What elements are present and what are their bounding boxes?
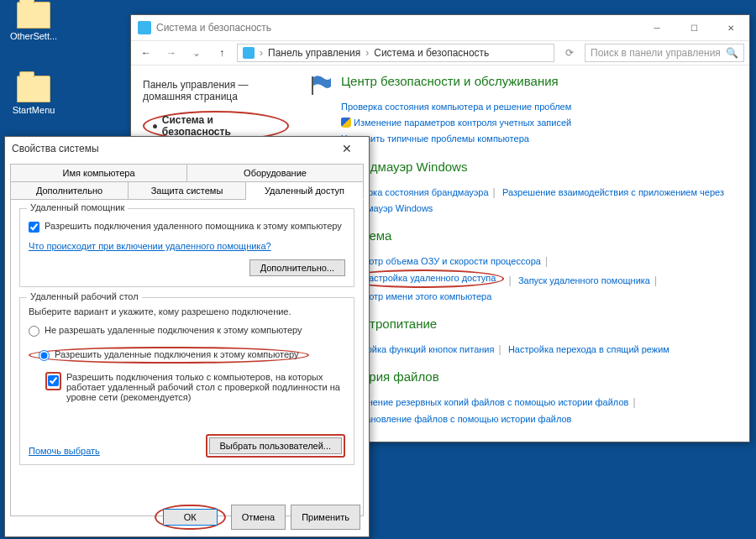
checkbox-input[interactable] xyxy=(29,222,39,233)
cancel-button[interactable]: Отмена xyxy=(231,505,286,530)
group-title: Удаленный рабочий стол xyxy=(27,291,142,301)
task-link[interactable]: Изменение параметров контроля учетных за… xyxy=(354,118,571,128)
apply-button[interactable]: Применить xyxy=(291,505,360,530)
breadcrumb-item[interactable]: Панель управления xyxy=(268,47,360,59)
radio-allow-remote[interactable]: Разрешить удаленные подключения к этому … xyxy=(39,349,299,361)
search-input[interactable]: Поиск в панели управления 🔍 xyxy=(585,44,744,62)
breadcrumb-item[interactable]: Система и безопасность xyxy=(374,47,489,59)
radio-deny-remote[interactable]: Не разрешать удаленные подключения к это… xyxy=(29,325,345,337)
folder-icon xyxy=(17,76,50,102)
task-link[interactable]: Сохранение резервных копий файлов с помо… xyxy=(341,397,628,407)
tab-panel-remote: Удаленный помощник Разрешить подключения… xyxy=(10,199,364,516)
sidebar-item-label: Система и безопасность xyxy=(162,114,279,138)
refresh-button[interactable]: ⟳ xyxy=(559,43,580,63)
radio-input[interactable] xyxy=(29,326,39,337)
ok-button[interactable]: ОК xyxy=(163,509,218,526)
dialog-button-row: ОК Отмена Применить xyxy=(155,505,360,530)
task-link[interactable]: Запуск удаленного помощника xyxy=(518,275,650,285)
tab-system-protection[interactable]: Защита системы xyxy=(129,181,246,200)
category-security-center[interactable]: Центр безопасности и обслуживания xyxy=(341,74,559,88)
dialog-title: Свойства системы xyxy=(12,143,99,154)
control-panel-icon xyxy=(243,47,255,59)
close-button[interactable]: ✕ xyxy=(712,15,749,40)
radio-label: Разрешить удаленные подключения к этому … xyxy=(55,349,299,359)
checkbox-input[interactable] xyxy=(48,375,59,386)
task-link[interactable]: Настройка перехода в спящий режим xyxy=(508,344,669,354)
desktop-folder-startmenu[interactable]: StartMenu xyxy=(4,76,63,115)
desktop-icon-label: OtherSett... xyxy=(10,31,57,41)
tab-advanced[interactable]: Дополнительно xyxy=(10,181,129,200)
search-placeholder: Поиск в панели управления xyxy=(591,47,721,59)
tab-strip: Имя компьютера Оборудование Дополнительн… xyxy=(5,160,369,199)
radio-input[interactable] xyxy=(39,350,50,361)
desktop-folder-othersett[interactable]: OtherSett... xyxy=(4,2,63,41)
window-title: Система и безопасность xyxy=(156,22,271,34)
select-users-button[interactable]: Выбрать пользователей... xyxy=(209,437,343,454)
forward-button[interactable]: → xyxy=(161,43,181,63)
remote-assistance-help-link[interactable]: Что происходит при включении удаленного … xyxy=(29,241,271,251)
back-button[interactable]: ← xyxy=(136,43,156,63)
task-link-remote-access[interactable]: Настройка удаленного доступа xyxy=(362,271,496,286)
task-link[interactable]: Проверка состояния компьютера и решение … xyxy=(341,102,571,112)
minimize-button[interactable]: ─ xyxy=(638,15,675,40)
checkbox-label: Разрешить подключения удаленного помощни… xyxy=(45,221,342,231)
task-link[interactable]: Просмотр объема ОЗУ и скорости процессор… xyxy=(341,256,541,266)
folder-icon xyxy=(17,2,50,29)
recent-dropdown[interactable]: ⌄ xyxy=(186,43,207,63)
group-title: Удаленный помощник xyxy=(27,202,128,212)
up-button[interactable]: ↑ xyxy=(212,43,232,63)
radio-label: Не разрешать удаленные подключения к это… xyxy=(45,325,302,335)
address-bar[interactable]: › Панель управления › Система и безопасн… xyxy=(237,44,554,62)
system-properties-dialog: Свойства системы ✕ Имя компьютера Оборуд… xyxy=(4,136,370,537)
bullet-icon xyxy=(153,124,157,128)
task-link[interactable]: Восстановление файлов с помощью истории … xyxy=(341,414,571,424)
dialog-titlebar: Свойства системы ✕ xyxy=(5,137,369,160)
nla-checkbox[interactable]: Разрешить подключения только с компьютер… xyxy=(45,372,345,402)
allow-remote-assistance-checkbox[interactable]: Разрешить подключения удаленного помощни… xyxy=(29,221,345,233)
tab-hardware[interactable]: Оборудование xyxy=(187,164,364,182)
remote-desktop-group: Удаленный рабочий стол Выберите вариант … xyxy=(19,297,354,465)
titlebar: Система и безопасность ─ ☐ ✕ xyxy=(131,15,749,40)
help-choose-link[interactable]: Помочь выбрать xyxy=(29,446,100,456)
search-icon: 🔍 xyxy=(726,47,738,59)
shield-icon xyxy=(341,118,351,128)
dialog-close-button[interactable]: ✕ xyxy=(332,138,362,160)
navigation-bar: ← → ⌄ ↑ › Панель управления › Система и … xyxy=(131,40,749,65)
remote-assistance-group: Удаленный помощник Разрешить подключения… xyxy=(19,208,354,287)
control-panel-icon xyxy=(138,21,151,34)
sidebar-home-link[interactable]: Панель управления — домашняя страница xyxy=(143,79,289,102)
tab-remote[interactable]: Удаленный доступ xyxy=(246,181,364,200)
category-backup[interactable]: Резервное копирование и восстановлени... xyxy=(341,439,594,442)
remote-desktop-intro: Выберите вариант и укажите, кому разреше… xyxy=(29,306,345,317)
checkbox-label: Разрешить подключения только с компьютер… xyxy=(66,372,345,402)
flag-icon xyxy=(309,74,333,97)
remote-assistance-advanced-button[interactable]: Дополнительно... xyxy=(249,259,345,276)
maximize-button[interactable]: ☐ xyxy=(675,15,712,40)
tab-computer-name[interactable]: Имя компьютера xyxy=(10,164,187,182)
desktop-icon-label: StartMenu xyxy=(13,105,55,115)
